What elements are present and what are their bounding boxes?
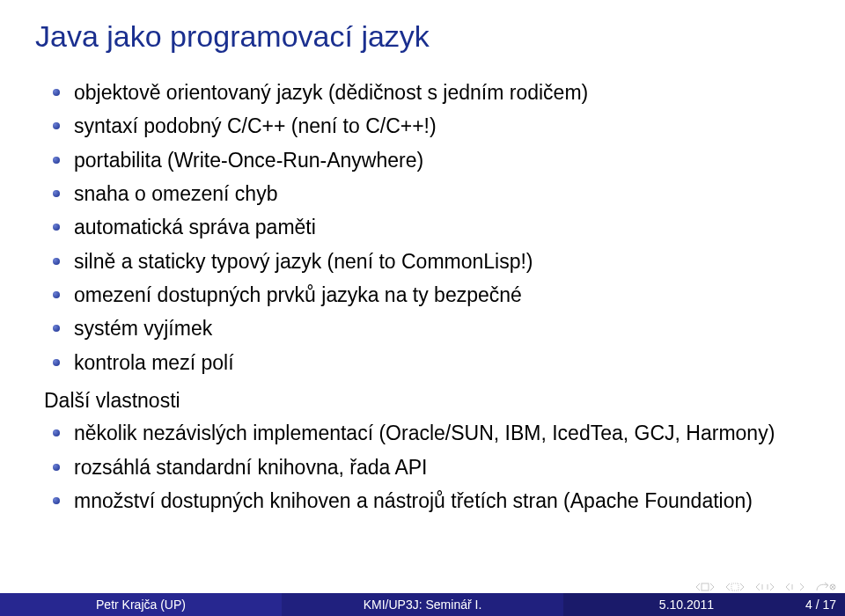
slide-title: Java jako programovací jazyk (35, 19, 810, 54)
footer-date: 5.10.2011 (659, 598, 714, 612)
slide-body: objektově orientovaný jazyk (dědičnost s… (35, 78, 810, 516)
slide: Java jako programovací jazyk objektově o… (0, 0, 845, 616)
svg-rect-1 (731, 583, 738, 590)
bullet-list-2: několik nezávislých implementací (Oracle… (35, 419, 810, 516)
list-item: omezení dostupných prvků jazyka na ty be… (74, 281, 810, 310)
list-item: několik nezávislých implementací (Oracle… (74, 419, 810, 448)
svg-rect-0 (702, 583, 709, 590)
footer-right: 5.10.2011 4 / 17 (563, 593, 845, 616)
list-item: množství dostupných knihoven a nástrojů … (74, 487, 810, 516)
list-item: snaha o omezení chyb (74, 180, 810, 209)
list-item: kontrola mezí polí (74, 348, 810, 378)
nav-next-icon[interactable] (755, 582, 775, 592)
nav-symbols (695, 582, 836, 592)
footer-center: KMI/UP3J: Seminář I. (282, 593, 563, 616)
list-item: objektově orientovaný jazyk (dědičnost s… (74, 78, 810, 107)
footer-author: Petr Krajča (UP) (0, 593, 282, 616)
nav-last-icon[interactable] (785, 582, 805, 592)
list-item: rozsáhlá standardní knihovna, řada API (74, 453, 810, 482)
bullet-list-1: objektově orientovaný jazyk (dědičnost s… (35, 78, 810, 378)
nav-back-icon[interactable] (815, 582, 836, 592)
footer-page: 4 / 17 (805, 598, 836, 612)
nav-prev-icon[interactable] (725, 582, 745, 592)
list-item: syntaxí podobný C/C++ (není to C/C++!) (74, 112, 810, 141)
list-item: automatická správa paměti (74, 213, 810, 242)
section-subhead: Další vlastnosti (44, 386, 810, 415)
list-item: systém vyjímek (74, 314, 810, 343)
nav-first-icon[interactable] (695, 582, 715, 592)
list-item: portabilita (Write-Once-Run-Anywhere) (74, 146, 810, 175)
footer: Petr Krajča (UP) KMI/UP3J: Seminář I. 5.… (0, 593, 845, 616)
list-item: silně a staticky typový jazyk (není to C… (74, 247, 810, 276)
